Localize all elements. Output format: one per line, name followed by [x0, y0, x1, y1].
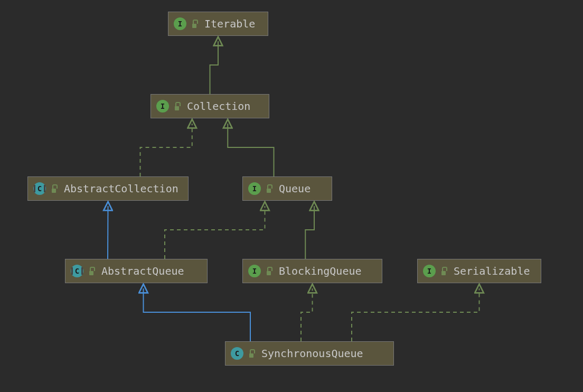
node-abstract-collection[interactable]: C AbstractCollection — [27, 176, 189, 201]
edge-abstractQueue-to-abstractCollection — [108, 206, 108, 259]
node-label: BlockingQueue — [279, 265, 362, 277]
node-label: Serializable — [454, 265, 530, 277]
edge-abstractQueue-to-queue — [165, 206, 265, 259]
diagram-canvas[interactable]: I Iterable I Collection C AbstractCollec… — [0, 0, 583, 392]
node-label: SynchronousQueue — [261, 347, 363, 360]
interface-icon: I — [248, 182, 261, 195]
edge-queue-to-collection — [228, 124, 274, 176]
node-synchronous-queue[interactable]: C SynchronousQueue — [225, 341, 394, 366]
edge-collection-to-iterable — [210, 41, 219, 94]
edge-synchronousQueue-to-serializable — [352, 288, 479, 341]
interface-icon: I — [174, 17, 186, 30]
node-label: Queue — [279, 182, 311, 195]
node-label: Collection — [187, 100, 250, 113]
node-serializable[interactable]: I Serializable — [417, 259, 541, 283]
node-label: AbstractCollection — [64, 182, 178, 195]
abstract-class-icon: C — [33, 182, 46, 195]
node-collection[interactable]: I Collection — [151, 94, 269, 118]
edge-synchronousQueue-to-abstractQueue — [144, 288, 251, 341]
interface-icon: I — [248, 265, 261, 277]
node-label: AbstractQueue — [101, 265, 184, 277]
node-iterable[interactable]: I Iterable — [168, 12, 268, 36]
node-queue[interactable]: I Queue — [242, 176, 332, 201]
visibility-icon — [440, 266, 449, 276]
node-blocking-queue[interactable]: I BlockingQueue — [242, 259, 382, 283]
interface-icon: I — [156, 100, 169, 113]
class-icon: C — [231, 347, 243, 360]
visibility-icon — [265, 183, 275, 194]
visibility-icon — [88, 266, 97, 276]
visibility-icon — [50, 183, 60, 194]
edge-synchronousQueue-to-blockingQueue — [301, 288, 313, 341]
visibility-icon — [173, 101, 183, 111]
visibility-icon — [191, 18, 200, 29]
visibility-icon — [265, 266, 275, 276]
node-abstract-queue[interactable]: C AbstractQueue — [65, 259, 208, 283]
abstract-class-icon: C — [71, 265, 83, 277]
edge-abstractCollection-to-collection — [140, 124, 192, 176]
interface-icon: I — [423, 265, 436, 277]
visibility-icon — [248, 348, 257, 359]
edge-blockingQueue-to-queue — [305, 206, 314, 259]
node-label: Iterable — [204, 17, 255, 30]
